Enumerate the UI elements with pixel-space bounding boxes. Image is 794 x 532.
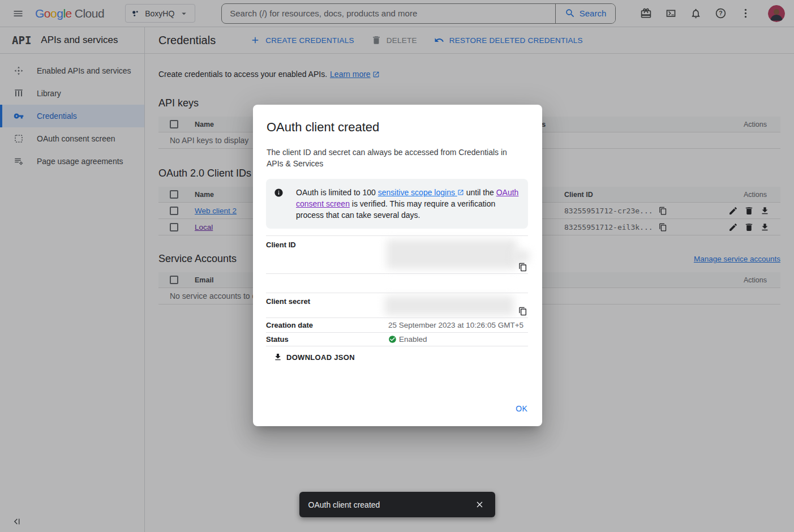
client-secret-label: Client secret xyxy=(266,297,388,318)
client-secret-redacted xyxy=(385,296,514,315)
download-json-button[interactable]: DOWNLOAD JSON xyxy=(273,353,355,362)
client-id-row: Client ID xyxy=(266,235,528,274)
info-icon xyxy=(274,188,284,198)
client-id-label: Client ID xyxy=(266,241,388,273)
creation-date-row: Creation date 25 September 2023 at 10:26… xyxy=(266,318,528,333)
check-circle-icon xyxy=(388,335,397,344)
status-value: Enabled xyxy=(399,335,427,344)
copy-icon[interactable] xyxy=(518,307,527,316)
toast-message: OAuth client created xyxy=(308,500,470,509)
oauth-limit-notice: OAuth is limited to 100 sensitive scope … xyxy=(266,179,528,229)
dialog-title: OAuth client created xyxy=(267,120,529,135)
client-id-redacted xyxy=(387,239,517,269)
creation-date-label: Creation date xyxy=(266,321,388,329)
close-icon[interactable] xyxy=(470,495,490,514)
status-label: Status xyxy=(266,335,388,344)
status-row: Status Enabled xyxy=(266,333,528,346)
oauth-client-created-dialog: OAuth client created The client ID and s… xyxy=(253,105,542,426)
client-secret-row: Client secret xyxy=(266,293,528,318)
sensitive-scope-logins-link[interactable]: sensitive scope logins xyxy=(378,188,464,197)
creation-date-value: 25 September 2023 at 10:26:05 GMT+5 xyxy=(388,321,523,329)
external-link-icon xyxy=(457,189,464,196)
toast-notification: OAuth client created xyxy=(299,492,495,517)
client-id-redacted xyxy=(512,250,529,263)
copy-icon[interactable] xyxy=(518,263,527,272)
ok-button[interactable]: OK xyxy=(516,404,527,413)
dialog-subtitle: The client ID and secret can always be a… xyxy=(267,147,521,169)
download-icon xyxy=(273,353,282,362)
